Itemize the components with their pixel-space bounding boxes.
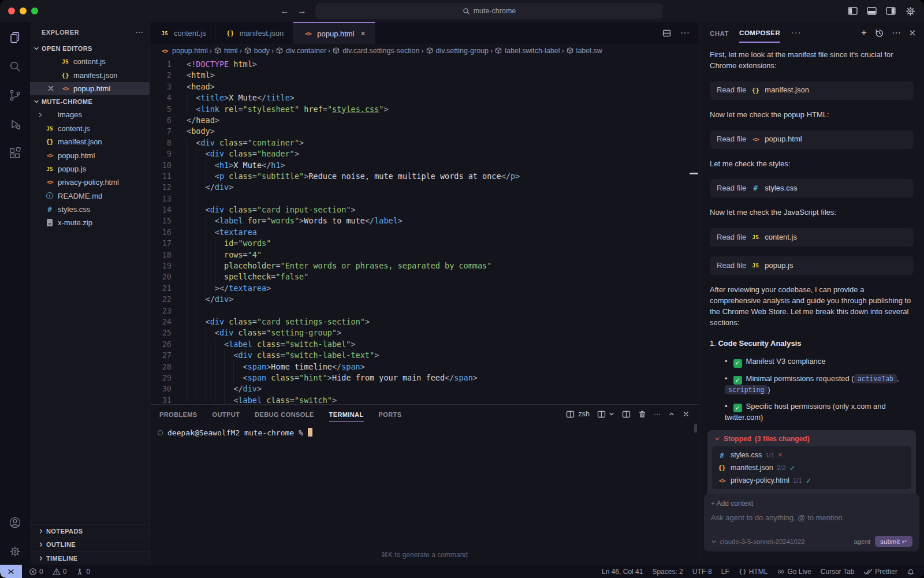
- code-line[interactable]: 6</head>: [150, 115, 699, 126]
- status-item[interactable]: [902, 568, 919, 576]
- editor-more-actions-icon[interactable]: ···: [680, 28, 690, 38]
- terminal-scrollbar[interactable]: [694, 424, 697, 432]
- breadcrumb[interactable]: <>popup.html›html›body›div.container›div…: [150, 44, 699, 58]
- window-controls[interactable]: [8, 8, 95, 14]
- open-editor-item[interactable]: JScontent.js: [30, 55, 150, 68]
- activity-search-icon[interactable]: [8, 59, 23, 74]
- read-file-card[interactable]: Read fileJScontent.js: [710, 228, 914, 247]
- status-item[interactable]: UTF-8: [688, 568, 717, 576]
- breadcrumb-symbol[interactable]: html: [214, 47, 238, 55]
- code-line[interactable]: 3<head>: [150, 81, 699, 92]
- explorer-more-actions-icon[interactable]: ···: [136, 29, 144, 36]
- terminal-dropdown-icon[interactable]: [609, 411, 614, 417]
- file-tree-item[interactable]: iREADME.md: [30, 189, 150, 203]
- code-line[interactable]: 7<body>: [150, 126, 699, 137]
- new-composer-icon[interactable]: +: [861, 27, 867, 39]
- file-tree-item[interactable]: <>privacy-policy.html: [30, 176, 150, 189]
- code-line[interactable]: 14<div class="card input-section">: [150, 204, 699, 215]
- activity-source-control-icon[interactable]: [8, 88, 23, 103]
- composer-input-box[interactable]: + Add context Ask agent to do anything, …: [704, 494, 919, 551]
- split-editor-icon[interactable]: [662, 29, 671, 37]
- file-tree-item[interactable]: <>popup.html: [30, 148, 150, 162]
- toggle-secondary-sidebar-icon[interactable]: [886, 7, 896, 15]
- editor-tab-manifest.json[interactable]: {}manifest.json: [216, 22, 294, 44]
- breadcrumb-symbol[interactable]: body: [244, 47, 270, 55]
- file-tree-item[interactable]: JSpopup.js: [30, 162, 150, 176]
- close-window-button[interactable]: [8, 8, 15, 14]
- file-tree-item[interactable]: x-mute.zip: [30, 216, 150, 229]
- status-error[interactable]: 0: [24, 568, 48, 576]
- code-line[interactable]: 24<div class="card settings-section">: [150, 316, 699, 327]
- split-terminal-icon[interactable]: [622, 411, 631, 418]
- breadcrumb-symbol[interactable]: div.setting-group: [426, 47, 489, 55]
- open-editor-item[interactable]: <>popup.html: [30, 82, 150, 95]
- code-line[interactable]: 16<textarea: [150, 227, 699, 238]
- status-tower[interactable]: 0: [71, 568, 95, 576]
- code-line[interactable]: 19placeholder="Enter words or phrases, s…: [150, 260, 699, 271]
- activity-run-debug-icon[interactable]: [8, 117, 23, 132]
- remote-indicator[interactable]: [0, 565, 22, 578]
- code-line[interactable]: 26<label class="switch-label">: [150, 339, 699, 350]
- composer-tab-chat[interactable]: CHAT: [710, 24, 729, 42]
- breadcrumb-file[interactable]: <>popup.html: [159, 47, 208, 55]
- stopped-header[interactable]: Stopped (3 files changed): [712, 433, 911, 446]
- activity-settings-gear-icon[interactable]: [8, 544, 23, 559]
- submit-button[interactable]: submit ↵: [875, 536, 912, 547]
- code-line[interactable]: 25<div class="setting-group">: [150, 327, 699, 338]
- code-line[interactable]: 29<span class="hint">Hide from your main…: [150, 372, 699, 383]
- code-line[interactable]: 28<span>Home timeline</span>: [150, 361, 699, 372]
- history-forward-button[interactable]: →: [297, 6, 307, 16]
- status-warning[interactable]: 0: [48, 568, 72, 576]
- close-composer-icon[interactable]: [909, 29, 916, 36]
- history-back-button[interactable]: ←: [280, 6, 289, 16]
- breadcrumb-symbol[interactable]: div.container: [275, 47, 326, 55]
- panel-tab-terminal[interactable]: TERMINAL: [329, 407, 364, 422]
- close-panel-icon[interactable]: [683, 411, 690, 417]
- file-tree-item[interactable]: JScontent.js: [30, 122, 150, 135]
- sidebar-section-outline[interactable]: OUTLINE: [30, 538, 150, 551]
- activity-extensions-icon[interactable]: [8, 146, 23, 161]
- model-selector[interactable]: claude-3-5-sonnet-20241022: [711, 538, 805, 545]
- breadcrumb-symbol[interactable]: label.sw: [566, 47, 602, 55]
- command-search-input[interactable]: mute-chrome: [316, 3, 662, 18]
- read-file-card[interactable]: Read file{}manifest.json: [710, 81, 914, 100]
- composer-tab-composer[interactable]: COMPOSER: [739, 23, 780, 43]
- code-line[interactable]: 11<p class="subtitle">Reduce noise, mute…: [150, 171, 699, 182]
- panel-tab-problems[interactable]: PROBLEMS: [159, 407, 198, 422]
- file-tree-item[interactable]: #styles.css: [30, 203, 150, 216]
- code-line[interactable]: 8<div class="container">: [150, 137, 699, 148]
- code-line[interactable]: 5<link rel="stylesheet" href="styles.css…: [150, 104, 699, 115]
- breadcrumb-symbol[interactable]: label.switch-label: [494, 47, 560, 55]
- status-item[interactable]: Prettier: [859, 568, 902, 576]
- open-editors-section-header[interactable]: OPEN EDITORS: [30, 42, 150, 55]
- editor-tab-popup.html[interactable]: <>popup.html×: [293, 22, 375, 44]
- read-file-card[interactable]: Read fileJSpopup.js: [710, 256, 914, 275]
- code-line[interactable]: 31<label class="switch">: [150, 395, 699, 404]
- file-tree-item[interactable]: images: [30, 108, 150, 121]
- agent-mode-label[interactable]: agent: [854, 538, 871, 545]
- status-item[interactable]: HTML: [734, 568, 773, 576]
- file-tree-item[interactable]: {}manifest.json: [30, 135, 150, 148]
- code-line[interactable]: 21></textarea>: [150, 283, 699, 294]
- code-line[interactable]: 30</div>: [150, 383, 699, 394]
- reject-icon[interactable]: ×: [778, 451, 782, 459]
- changed-file-row[interactable]: #styles.css1/1×: [717, 449, 907, 461]
- code-line[interactable]: 22</div>: [150, 294, 699, 305]
- terminal-prompt[interactable]: deepak@SeawolfM2 mute-chrome %: [167, 428, 312, 437]
- code-line[interactable]: 2<html>: [150, 70, 699, 81]
- composer-history-icon[interactable]: [875, 29, 884, 38]
- status-item[interactable]: Go Live: [772, 568, 815, 576]
- changed-file-row[interactable]: {}manifest.json2/2✓: [717, 461, 907, 474]
- workspace-section-header[interactable]: MUTE-CHROME: [30, 95, 150, 108]
- status-item[interactable]: Cursor Tab: [816, 568, 859, 576]
- add-context-button[interactable]: + Add context: [711, 499, 912, 508]
- terminal-shell-label[interactable]: zsh: [579, 410, 590, 418]
- code-line[interactable]: 12</div>: [150, 182, 699, 193]
- status-item[interactable]: Spaces: 2: [647, 568, 687, 576]
- code-editor[interactable]: 1<!DOCTYPE html>2<html>3<head>4<title>X …: [150, 58, 699, 404]
- new-terminal-icon[interactable]: [597, 411, 606, 418]
- code-line[interactable]: 15<label for="words">Words to mute</labe…: [150, 215, 699, 226]
- code-line[interactable]: 10<h1>X Mute</h1>: [150, 160, 699, 171]
- code-line[interactable]: 17id="words": [150, 238, 699, 249]
- panel-sash-handle[interactable]: [690, 173, 698, 174]
